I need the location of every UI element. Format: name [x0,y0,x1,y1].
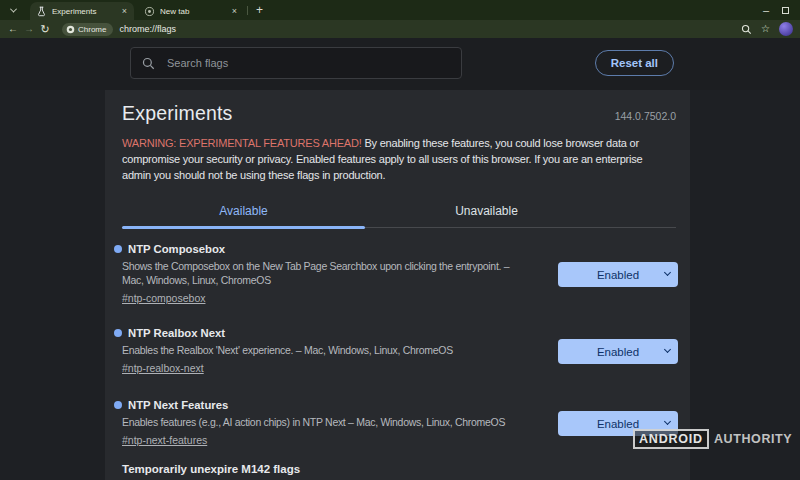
minimize-icon[interactable]: – [763,5,769,16]
bookmark-star-icon[interactable]: ☆ [761,24,770,34]
tab-title: Experiments [52,7,121,16]
search-flags-box[interactable] [130,47,462,79]
maximize-icon[interactable] [782,7,789,14]
flag-state-value: Enabled [597,346,639,358]
flag-info: NTP Composebox Shows the Composebox on t… [122,243,558,306]
modified-dot-icon [114,401,122,409]
chrome-logo-icon [66,25,75,34]
tab-separator [247,6,248,15]
flags-header-band: Reset all [0,38,800,90]
warning-text: WARNING: EXPERIMENTAL FEATURES AHEAD! By… [122,135,690,183]
chevron-down-icon [664,269,671,276]
flag-title-row: NTP Next Features [114,399,558,411]
flag-state-dropdown[interactable]: Enabled [558,262,678,287]
flag-name: NTP Composebox [128,243,225,255]
warning-line3: admin you should not be using these flag… [122,167,690,183]
browser-toolbar: ← → ↻ Chrome chrome://flags ☆ [0,20,800,38]
flag-description: Enables the Realbox 'Next' experience. –… [122,343,552,357]
flag-row-ntp-next-features: NTP Next Features Enables features (e.g.… [122,399,678,448]
search-icon [142,57,155,70]
flag-info: NTP Next Features Enables features (e.g.… [122,399,558,448]
watermark-badge: ANDROID [633,429,709,449]
modified-dot-icon [114,245,122,253]
close-icon[interactable]: × [121,7,128,16]
android-authority-watermark: ANDROID AUTHORITY [633,429,792,449]
chevron-down-icon [664,346,671,353]
warning-line1: By enabling these features, you could lo… [364,137,639,149]
search-input[interactable] [165,56,450,70]
flag-state-value: Enabled [597,418,639,430]
back-icon[interactable]: ← [5,24,21,34]
forward-icon[interactable]: → [21,24,37,34]
toolbar-right: ☆ [741,22,796,36]
browser-tab-newtab[interactable]: New tab × [138,2,244,20]
browser-window: Experiments × New tab × + – ← → ↻ [0,0,800,480]
flag-title-row: NTP Composebox [114,243,558,255]
flag-name: NTP Realbox Next [128,327,225,339]
flag-info: NTP Realbox Next Enables the Realbox 'Ne… [122,327,558,376]
flags-page: Experiments 144.0.7502.0 WARNING: EXPERI… [0,90,800,480]
flag-row-ntp-realbox-next: NTP Realbox Next Enables the Realbox 'Ne… [122,327,678,376]
modified-dot-icon [114,329,122,337]
flask-icon [36,6,47,17]
watermark-text: AUTHORITY [714,432,792,446]
flag-state-dropdown[interactable]: Enabled [558,339,678,364]
tab-bar: Experiments × New tab × + – [0,0,800,20]
globe-icon [144,6,155,17]
page-header: Experiments 144.0.7502.0 [122,102,676,125]
zoom-icon[interactable] [741,24,752,35]
flags-content: Experiments 144.0.7502.0 WARNING: EXPERI… [105,90,690,480]
flag-description: Enables features (e.g., AI action chips)… [122,415,552,429]
tab-available[interactable]: Available [122,204,365,218]
chevron-down-icon [9,5,16,12]
flag-description: Shows the Composebox on the New Tab Page… [122,259,522,287]
flag-name: NTP Next Features [128,399,228,411]
site-info-chip[interactable]: Chrome [62,23,113,36]
flag-state-value: Enabled [597,269,639,281]
version-number: 144.0.7502.0 [615,110,676,125]
section-title-unexpire: Temporarily unexpire M142 flags [122,463,676,475]
flag-permalink[interactable]: #ntp-next-features [122,434,207,446]
browser-tab-experiments[interactable]: Experiments × [30,2,134,20]
window-controls: – [763,5,800,16]
close-icon[interactable]: × [231,7,238,16]
warning-line2: compromise your security or privacy. Ena… [122,151,690,167]
reload-icon[interactable]: ↻ [37,24,53,35]
page-title: Experiments [122,102,233,125]
new-tab-button[interactable]: + [251,4,268,16]
tab-unavailable[interactable]: Unavailable [365,204,608,218]
chevron-down-icon [664,418,671,425]
flag-permalink[interactable]: #ntp-composebox [122,292,205,304]
availability-tabs: Available Unavailable [122,196,676,228]
reset-all-button[interactable]: Reset all [595,50,674,76]
flag-title-row: NTP Realbox Next [114,327,558,339]
active-tab-indicator [122,226,365,229]
flag-permalink[interactable]: #ntp-realbox-next [122,362,204,374]
url-text[interactable]: chrome://flags [119,24,176,34]
flag-row-ntp-composebox: NTP Composebox Shows the Composebox on t… [122,243,678,306]
chip-label: Chrome [78,25,106,34]
warning-highlight: WARNING: EXPERIMENTAL FEATURES AHEAD! [122,137,362,149]
profile-avatar[interactable] [779,22,793,36]
tab-title: New tab [160,7,231,16]
tab-search-button[interactable] [5,3,21,17]
